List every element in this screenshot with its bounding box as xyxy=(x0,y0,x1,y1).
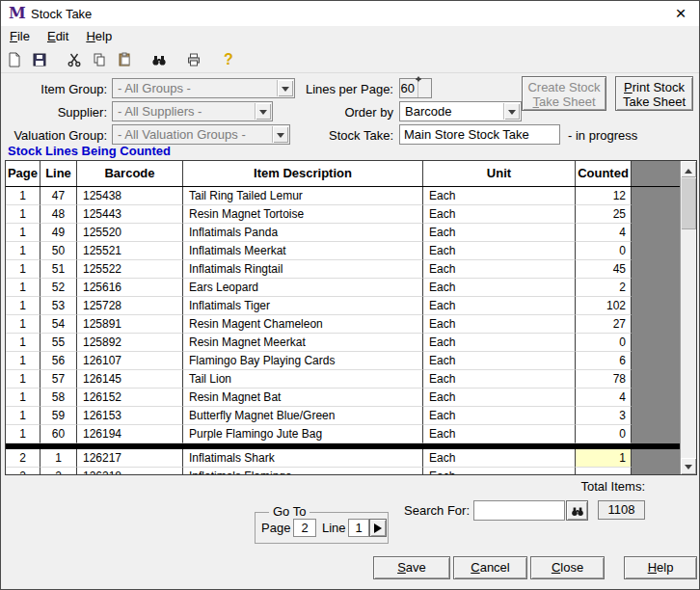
lines-per-page-stepper[interactable]: 60 xyxy=(399,78,432,98)
cell-counted xyxy=(576,468,632,474)
scroll-up-icon[interactable] xyxy=(681,161,696,177)
cell-description: Tail Ring Tailed Lemur xyxy=(183,187,423,205)
cell-description: Inflatimals Ringtail xyxy=(183,260,423,279)
table-row[interactable]: 154125891Resin Magent ChameleonEach27 xyxy=(6,315,680,334)
table-row[interactable]: 150125521Inflatimals MeerkatEach0 xyxy=(6,242,680,260)
table-row[interactable]: 21126217Inflatimals SharkEach1 xyxy=(6,449,680,468)
goto-button[interactable] xyxy=(369,519,387,537)
cell-barcode: 125521 xyxy=(77,242,183,260)
cell-barcode: 126145 xyxy=(77,370,183,389)
table-row[interactable]: 152125616Ears LeopardEach2 xyxy=(6,279,680,297)
cell-description: Resin Magnet Tortoise xyxy=(183,205,423,224)
print-stock-take-sheet-button[interactable]: Print Stock Take Sheet xyxy=(615,76,693,111)
cut-button[interactable] xyxy=(63,49,86,70)
chevron-down-icon[interactable] xyxy=(503,103,520,120)
table-row[interactable]: 155125892Resin Magnet MeerkatEach0 xyxy=(6,334,680,352)
cell-counted: 2 xyxy=(576,279,632,297)
cell-counted: 45 xyxy=(576,260,632,279)
paste-icon xyxy=(117,52,132,67)
save-button[interactable] xyxy=(28,49,51,70)
goto-group: Go To Page Line xyxy=(255,512,389,544)
column-header-barcode: Barcode xyxy=(77,161,183,186)
new-document-button[interactable] xyxy=(3,49,26,70)
menu-help[interactable]: Help xyxy=(77,26,121,47)
table-row[interactable]: 22126218Inflatimals FlamingoEach xyxy=(6,468,680,474)
cell-barcode: 125728 xyxy=(77,297,183,315)
menu-edit[interactable]: Edit xyxy=(39,26,77,47)
window-title: Stock Take xyxy=(31,7,92,21)
cell-page: 1 xyxy=(6,224,40,242)
cancel-button[interactable]: Cancel xyxy=(453,556,527,579)
chevron-down-icon xyxy=(255,103,271,120)
cell-description: Purple Flamingo Jute Bag xyxy=(183,425,423,443)
cell-counted: 102 xyxy=(576,297,632,315)
copy-button[interactable] xyxy=(88,49,111,70)
order-by-value: Barcode xyxy=(405,104,501,119)
help-button-bottom[interactable]: Help xyxy=(624,556,697,579)
scrollbar-thumb[interactable] xyxy=(681,177,696,229)
order-by-label: Order by xyxy=(319,105,393,120)
goto-line-input[interactable] xyxy=(348,519,369,537)
cell-line: 1 xyxy=(40,449,77,468)
find-button[interactable] xyxy=(148,49,171,70)
cell-line: 47 xyxy=(40,187,77,205)
cell-description: Tail Lion xyxy=(183,370,423,389)
cell-page: 1 xyxy=(6,279,40,297)
cell-barcode: 125616 xyxy=(77,279,183,297)
stock-take-label: Stock Take: xyxy=(326,128,393,143)
vertical-scrollbar[interactable] xyxy=(680,161,696,474)
cell-line: 49 xyxy=(40,224,77,242)
cancel-label: Cancel xyxy=(454,557,526,578)
binoculars-icon xyxy=(151,52,167,67)
valuation-group-value: - All Valuation Groups - xyxy=(118,127,270,142)
cell-counted: 3 xyxy=(576,407,632,425)
table-row[interactable]: 160126194Purple Flamingo Jute BagEach0 xyxy=(6,425,680,443)
print-button[interactable] xyxy=(182,49,205,70)
table-row[interactable]: 158126152Resin Magnet BatEach4 xyxy=(6,389,680,407)
scroll-down-icon[interactable] xyxy=(681,458,696,474)
cell-description: Inflatimals Tiger xyxy=(183,297,423,315)
table-row[interactable]: 156126107Flamingo Bay Playing CardsEach6 xyxy=(6,352,680,370)
goto-page-input[interactable] xyxy=(293,519,316,537)
search-for-label: Search For: xyxy=(387,503,470,518)
help-button[interactable]: ? xyxy=(217,49,240,70)
stock-take-input[interactable] xyxy=(399,124,560,145)
search-input[interactable] xyxy=(473,500,565,521)
stock-lines-grid: PageLineBarcodeItem DescriptionUnitCount… xyxy=(5,160,697,475)
cell-unit: Each xyxy=(423,334,576,352)
table-row[interactable]: 153125728Inflatimals TigerEach102 xyxy=(6,297,680,315)
menu-file[interactable]: File xyxy=(1,26,39,47)
new-document-icon xyxy=(7,52,22,67)
table-row[interactable]: 157126145Tail LionEach78 xyxy=(6,370,680,389)
table-row[interactable]: 149125520Inflatimals PandaEach4 xyxy=(6,224,680,242)
save-label: Save xyxy=(374,557,449,578)
close-button[interactable]: Close xyxy=(530,556,605,579)
cell-counted: 12 xyxy=(576,187,632,205)
paste-button[interactable] xyxy=(113,49,136,70)
table-row[interactable]: 148125443Resin Magnet TortoiseEach25 xyxy=(6,205,680,224)
table-row[interactable]: 151125522Inflatimals RingtailEach45 xyxy=(6,260,680,279)
valuation-group-label: Valuation Group: xyxy=(11,128,107,143)
cell-unit: Each xyxy=(423,205,576,224)
cell-barcode: 125438 xyxy=(77,187,183,205)
cell-barcode: 125520 xyxy=(77,224,183,242)
cell-counted: 0 xyxy=(576,334,632,352)
cell-barcode: 126153 xyxy=(77,407,183,425)
cell-page: 2 xyxy=(6,468,40,474)
printer-icon xyxy=(186,52,202,67)
cell-barcode: 125443 xyxy=(77,205,183,224)
cell-counted: 0 xyxy=(576,425,632,443)
close-icon[interactable]: × xyxy=(670,3,691,24)
cut-icon xyxy=(67,52,82,67)
table-row[interactable]: 147125438Tail Ring Tailed LemurEach12 xyxy=(6,187,680,205)
save-button[interactable]: Save xyxy=(373,556,450,579)
cell-unit: Each xyxy=(423,242,576,260)
total-items-value: 1108 xyxy=(598,500,645,520)
cell-line: 57 xyxy=(40,370,77,389)
order-by-combo[interactable]: Barcode xyxy=(399,101,522,121)
table-row[interactable]: 159126153Butterfly Magnet Blue/GreenEach… xyxy=(6,407,680,425)
cell-description: Ears Leopard xyxy=(183,279,423,297)
cell-description: Resin Magnet Meerkat xyxy=(183,334,423,352)
search-button[interactable] xyxy=(566,500,588,521)
cell-barcode: 126194 xyxy=(77,425,183,443)
